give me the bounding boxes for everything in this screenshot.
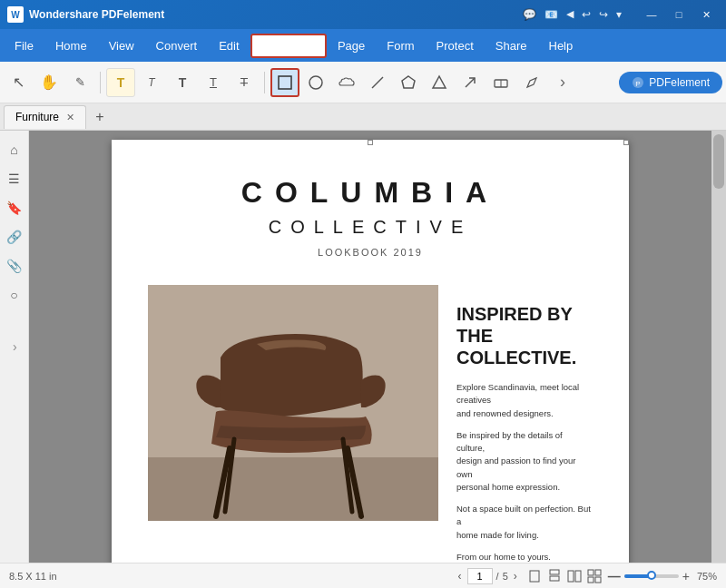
close-btn[interactable]: ✕ [693, 5, 719, 24]
maximize-btn[interactable]: □ [666, 5, 692, 24]
triangle-icon [431, 74, 447, 91]
new-tab-btn[interactable]: + [90, 107, 110, 127]
svg-line-5 [466, 78, 475, 87]
marker-icon [524, 74, 540, 91]
redo-icon[interactable]: ↪ [596, 8, 611, 21]
chair-svg [148, 285, 438, 521]
svg-rect-12 [148, 457, 438, 521]
prev-page-btn[interactable]: ‹ [456, 570, 464, 583]
svg-rect-23 [595, 570, 601, 575]
menu-protect[interactable]: Protect [426, 35, 485, 56]
page-navigation: ‹ / 5 › [456, 568, 519, 584]
text-tool-1-btn[interactable]: T [137, 68, 166, 97]
polygon-icon [400, 74, 417, 91]
svg-rect-20 [568, 571, 574, 582]
scrollbar-thumb[interactable] [713, 134, 724, 189]
highlight-tool-btn[interactable]: T [106, 68, 135, 97]
menubar: File Home View Convert Edit Comment Page… [0, 29, 726, 62]
menu-page[interactable]: Page [327, 35, 376, 56]
cloud-tool-btn[interactable] [332, 68, 361, 97]
status-right: — + 75% [526, 568, 717, 584]
single-page-icon [527, 569, 542, 583]
zoom-slider[interactable] [624, 574, 679, 578]
text-tool-2-btn[interactable]: T [168, 68, 197, 97]
document-tab[interactable]: Furniture ✕ [4, 105, 86, 129]
zoom-in-btn[interactable]: + [682, 569, 690, 583]
document-area: COLUMBIA COLLECTIVE LOOKBOOK 2019 [29, 131, 711, 563]
menu-convert[interactable]: Convert [145, 35, 209, 56]
svg-rect-24 [588, 577, 594, 583]
menu-help[interactable]: Help [538, 35, 584, 56]
hand-tool-btn[interactable]: ✋ [34, 68, 64, 97]
undo-icon[interactable]: ↩ [579, 8, 594, 21]
logo-letter: W [11, 10, 19, 20]
menu-form[interactable]: Form [376, 35, 425, 56]
view-mode-icons [526, 568, 603, 584]
single-page-view-btn[interactable] [526, 568, 543, 584]
tab-label: Furniture [15, 111, 59, 123]
rectangle-icon [277, 74, 293, 91]
titlebar-icons: 💬 📧 ◀ ↩ ↪ ▾ [520, 8, 624, 21]
continuous-view-btn[interactable] [546, 568, 563, 584]
edit-tool-btn[interactable]: ✎ [65, 68, 94, 97]
bookmarks-sidebar-btn[interactable]: 🔖 [3, 196, 26, 220]
main-area: ⌂ ☰ 🔖 🔗 📎 ○ › COLUMBIA COLLECTIVE LOOKBO… [0, 131, 726, 563]
pages-sidebar-btn[interactable]: ☰ [3, 167, 26, 191]
select-tool-btn[interactable]: ↖ [4, 68, 33, 97]
document-content: COLUMBIA COLLECTIVE LOOKBOOK 2019 [112, 140, 629, 563]
app-icon: W [7, 6, 24, 23]
attachments-sidebar-btn[interactable]: 📎 [3, 254, 26, 278]
line-tool-btn[interactable] [363, 68, 392, 97]
line-icon [369, 74, 386, 91]
page-handle-top [368, 140, 373, 145]
text-tool-4-btn[interactable]: T̶ [230, 68, 259, 97]
menu-comment[interactable]: Comment [250, 34, 327, 58]
triangle-tool-btn[interactable] [425, 68, 454, 97]
more-tools-btn[interactable]: › [548, 68, 577, 97]
marker-tool-btn[interactable] [517, 68, 546, 97]
page-handle-tr [623, 140, 629, 145]
menu-view[interactable]: View [98, 35, 145, 56]
chat-icon: 💬 [520, 8, 539, 21]
pdelement-button[interactable]: P PDFelement [619, 72, 722, 93]
eraser-tool-btn[interactable] [486, 68, 515, 97]
polygon-tool-btn[interactable] [394, 68, 423, 97]
ellipse-tool-btn[interactable] [301, 68, 330, 97]
svg-line-2 [372, 77, 383, 88]
rectangle-tool-btn[interactable] [270, 68, 299, 97]
menu-share[interactable]: Share [485, 35, 538, 56]
total-pages: 5 [503, 571, 508, 582]
two-page-icon [567, 569, 582, 583]
quickaccess-icon: ◀ [564, 8, 576, 21]
zoom-thumb[interactable] [647, 571, 656, 580]
ellipse-icon [308, 74, 324, 91]
expand-sidebar-btn[interactable]: › [13, 339, 17, 354]
vertical-scrollbar[interactable] [711, 131, 726, 563]
two-page-view-btn[interactable] [566, 568, 583, 584]
window-controls: — □ ✕ [639, 5, 719, 24]
titlebar: W Wondershare PDFelement 💬 📧 ◀ ↩ ↪ ▾ — □… [0, 0, 726, 29]
customize-icon[interactable]: ▾ [613, 8, 624, 21]
menu-home[interactable]: Home [44, 35, 98, 56]
circle-sidebar-btn[interactable]: ○ [3, 283, 26, 307]
minimize-btn[interactable]: — [639, 5, 664, 24]
next-page-btn[interactable]: › [512, 570, 519, 583]
menu-file[interactable]: File [4, 35, 44, 56]
menu-edit[interactable]: Edit [208, 35, 250, 56]
cloud-icon [338, 76, 355, 89]
links-sidebar-btn[interactable]: 🔗 [3, 225, 26, 249]
svg-rect-25 [595, 577, 601, 583]
para-4: From our home to yours. [456, 551, 593, 563]
current-page-input[interactable] [467, 568, 493, 584]
tab-close-btn[interactable]: ✕ [66, 112, 74, 123]
toolbar-separator-1 [100, 72, 101, 93]
home-sidebar-btn[interactable]: ⌂ [3, 138, 26, 162]
grid-view-btn[interactable] [586, 568, 603, 584]
toolbar-separator-2 [264, 72, 265, 93]
pdelement-label: PDFelement [649, 76, 710, 89]
arrow-tool-btn[interactable] [456, 68, 485, 97]
tabbar: Furniture ✕ + [0, 103, 726, 131]
page-size-label: 8.5 X 11 in [9, 571, 449, 582]
zoom-out-btn[interactable]: — [608, 569, 621, 583]
text-tool-3-btn[interactable]: T [199, 68, 228, 97]
